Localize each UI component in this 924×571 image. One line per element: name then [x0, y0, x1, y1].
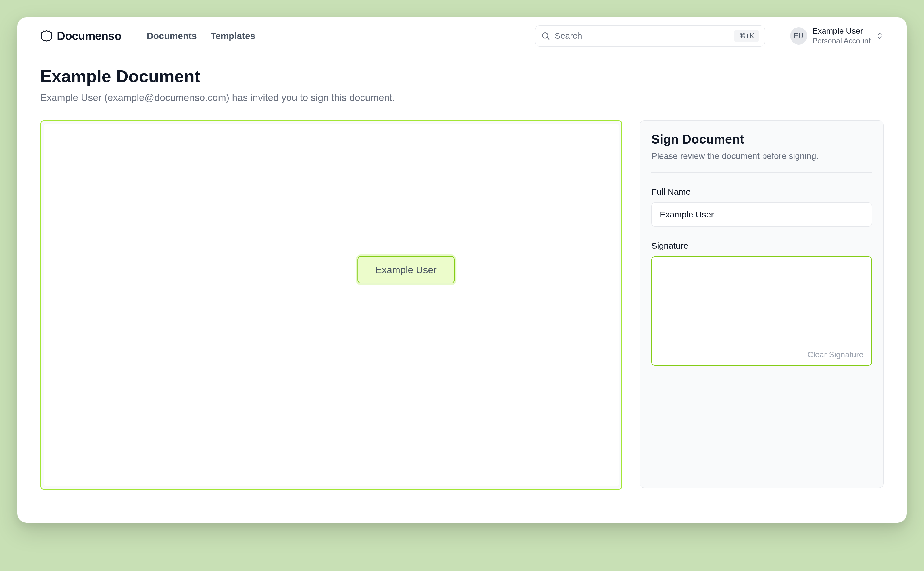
user-account-type: Personal Account — [813, 36, 871, 46]
full-name-input[interactable] — [651, 202, 872, 227]
avatar: EU — [790, 27, 807, 45]
search-bar[interactable]: ⌘+K — [535, 25, 765, 46]
nav-templates[interactable]: Templates — [210, 31, 255, 42]
document-viewer[interactable]: Example User — [40, 120, 622, 490]
main-layout: Example User Sign Document Please review… — [40, 120, 884, 490]
page-subtitle: Example User (example@documenso.com) has… — [40, 92, 884, 103]
full-name-label: Full Name — [651, 187, 872, 197]
nav-documents[interactable]: Documents — [147, 31, 196, 42]
header: Documenso Documents Templates ⌘+K EU Exa… — [17, 17, 907, 55]
signature-label: Signature — [651, 241, 872, 251]
signature-group: Signature Clear Signature — [651, 241, 872, 366]
page-title: Example Document — [40, 66, 884, 86]
chevron-up-down-icon — [876, 32, 884, 40]
user-name: Example User — [813, 26, 871, 36]
svg-line-1 — [547, 37, 549, 39]
app-window: Documenso Documents Templates ⌘+K EU Exa… — [17, 17, 907, 523]
document-page: Example User — [44, 124, 619, 486]
main-nav: Documents Templates — [147, 31, 255, 42]
search-shortcut: ⌘+K — [734, 29, 759, 42]
full-name-group: Full Name — [651, 187, 872, 227]
clear-signature-button[interactable]: Clear Signature — [807, 350, 864, 359]
user-menu[interactable]: EU Example User Personal Account — [790, 26, 884, 46]
sign-panel: Sign Document Please review the document… — [640, 120, 884, 488]
panel-subtitle: Please review the document before signin… — [651, 151, 872, 173]
search-input[interactable] — [555, 31, 729, 41]
logo-icon — [40, 29, 53, 42]
signature-pad[interactable]: Clear Signature — [651, 256, 872, 366]
document-name-field[interactable]: Example User — [357, 256, 454, 284]
user-info: Example User Personal Account — [813, 26, 871, 46]
logo[interactable]: Documenso — [40, 29, 121, 43]
logo-text: Documenso — [57, 29, 121, 43]
panel-title: Sign Document — [651, 132, 872, 147]
search-icon — [541, 31, 550, 40]
content: Example Document Example User (example@d… — [17, 55, 907, 490]
